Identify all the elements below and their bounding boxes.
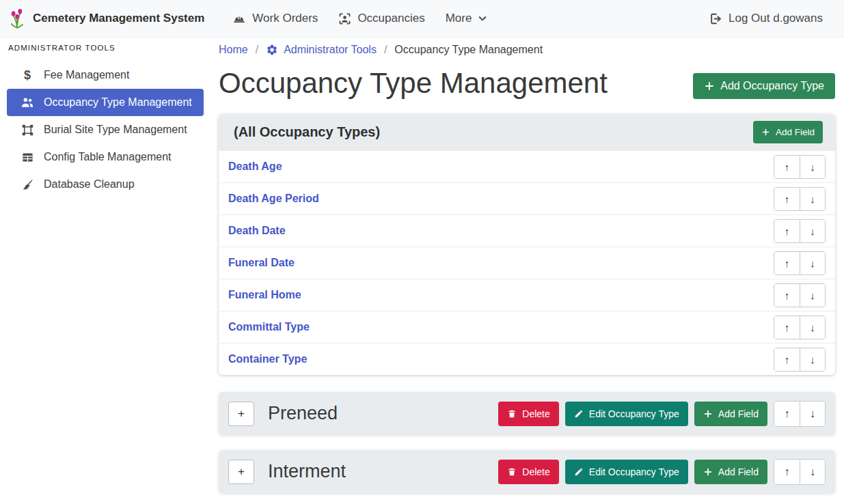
move-down-button[interactable]: ↓ (800, 156, 825, 178)
sidebar-item-config-table-management[interactable]: Config Table Management (7, 143, 204, 171)
breadcrumb-separator: / (384, 44, 387, 56)
field-row: Death Date ↑ ↓ (219, 214, 835, 247)
admin-sidebar: ADMINISTRATOR TOOLS $ Fee Management Occ… (0, 38, 212, 504)
edit-occupancy-type-label: Edit Occupancy Type (589, 466, 679, 477)
breadcrumb: Home / Administrator Tools / Occupancy T… (219, 44, 835, 56)
nav-occupancies[interactable]: Occupancies (338, 12, 424, 25)
expand-button[interactable]: + (228, 402, 254, 426)
section-title: Interment (268, 461, 498, 482)
arrow-down-icon: ↓ (810, 466, 815, 477)
field-link-death-date[interactable]: Death Date (228, 225, 286, 237)
add-field-button[interactable]: Add Field (694, 460, 767, 484)
sidebar-heading: ADMINISTRATOR TOOLS (0, 42, 212, 52)
move-up-button[interactable]: ↑ (774, 284, 800, 307)
delete-label: Delete (522, 408, 549, 419)
add-field-label: Add Field (718, 466, 759, 477)
arrow-down-icon: ↓ (810, 322, 815, 333)
users-icon (20, 96, 35, 109)
sign-out-icon (709, 12, 722, 25)
move-up-button[interactable]: ↑ (774, 460, 800, 484)
move-up-button[interactable]: ↑ (774, 156, 800, 178)
sidebar-item-database-cleanup[interactable]: Database Cleanup (7, 171, 204, 198)
move-up-button[interactable]: ↑ (774, 252, 800, 275)
arrow-down-icon: ↓ (810, 161, 815, 173)
plus-icon: + (238, 465, 245, 478)
arrow-up-icon: ↑ (785, 466, 790, 477)
edit-occupancy-type-label: Edit Occupancy Type (589, 408, 679, 419)
section-actions: Delete Edit Occupancy Type Add Field (498, 401, 826, 427)
section-title: Preneed (268, 403, 498, 424)
add-field-label: Add Field (718, 408, 759, 419)
field-row: Committal Type ↑ ↓ (219, 311, 835, 343)
add-occupancy-type-button[interactable]: Add Occupancy Type (693, 73, 835, 99)
reorder-group: ↑ ↓ (774, 401, 826, 427)
page-title: Occupancy Type Management (219, 67, 608, 100)
move-down-button[interactable]: ↓ (800, 316, 825, 339)
sidebar-item-burial-site-type-management[interactable]: Burial Site Type Management (7, 116, 204, 143)
move-down-button[interactable]: ↓ (800, 188, 825, 210)
move-up-button[interactable]: ↑ (774, 188, 800, 210)
delete-button[interactable]: Delete (498, 460, 558, 484)
move-up-button[interactable]: ↑ (774, 348, 800, 371)
edit-occupancy-type-button[interactable]: Edit Occupancy Type (565, 460, 688, 484)
move-down-button[interactable]: ↓ (800, 220, 825, 242)
vector-square-icon (20, 124, 35, 137)
field-link-death-age-period[interactable]: Death Age Period (228, 193, 319, 205)
gear-icon (266, 44, 278, 56)
move-down-button[interactable]: ↓ (800, 402, 825, 426)
move-up-button[interactable]: ↑ (774, 220, 800, 242)
nav-more-dropdown[interactable]: More (446, 12, 488, 25)
reorder-group: ↑ ↓ (774, 251, 826, 275)
breadcrumb-home-link[interactable]: Home (219, 44, 248, 56)
reorder-group: ↑ ↓ (774, 187, 826, 211)
move-down-button[interactable]: ↓ (800, 460, 825, 484)
person-bounding-box-icon (338, 12, 351, 25)
sidebar-item-label: Fee Management (44, 69, 129, 81)
logout-label: Log Out d.gowans (729, 12, 823, 25)
move-up-button[interactable]: ↑ (774, 316, 800, 339)
nav-work-orders-label: Work Orders (252, 12, 318, 25)
reorder-group: ↑ ↓ (774, 283, 826, 307)
section-preneed: + Preneed Delete Edit Occupancy Type (219, 392, 835, 435)
reorder-group: ↑ ↓ (774, 155, 826, 179)
field-link-death-age[interactable]: Death Age (228, 160, 282, 173)
add-field-button[interactable]: Add Field (753, 121, 823, 143)
expand-button[interactable]: + (228, 460, 254, 484)
logout-link[interactable]: Log Out d.gowans (709, 12, 823, 25)
arrow-down-icon: ↓ (810, 408, 815, 419)
breadcrumb-current: Occupancy Type Management (394, 44, 543, 56)
move-down-button[interactable]: ↓ (800, 252, 825, 275)
field-link-container-type[interactable]: Container Type (228, 353, 307, 365)
edit-occupancy-type-button[interactable]: Edit Occupancy Type (565, 402, 688, 426)
all-occupancy-types-card: (All Occupancy Types) Add Field Death Ag… (219, 114, 835, 375)
breadcrumb-admin-tools-link[interactable]: Administrator Tools (266, 44, 377, 56)
field-row: Funeral Date ↑ ↓ (219, 247, 835, 279)
add-field-button[interactable]: Add Field (694, 402, 767, 426)
field-link-funeral-home[interactable]: Funeral Home (228, 289, 301, 301)
top-navbar: Cemetery Management System Work Orders (0, 0, 844, 38)
move-down-button[interactable]: ↓ (800, 348, 825, 371)
reorder-group: ↑ ↓ (774, 459, 826, 485)
section-interment: + Interment Delete Edit Occupancy Type (219, 450, 835, 493)
move-down-button[interactable]: ↓ (800, 284, 825, 307)
field-link-committal-type[interactable]: Committal Type (228, 321, 310, 333)
reorder-group: ↑ ↓ (774, 219, 826, 243)
table-icon (20, 151, 35, 164)
brand-link[interactable]: Cemetery Management System (8, 8, 204, 29)
field-row: Container Type ↑ ↓ (219, 343, 835, 375)
reorder-group: ↑ ↓ (774, 348, 826, 372)
plus-icon (703, 467, 713, 477)
nav-work-orders[interactable]: Work Orders (232, 12, 318, 25)
move-up-button[interactable]: ↑ (774, 402, 800, 426)
sidebar-item-fee-management[interactable]: $ Fee Management (7, 61, 204, 89)
arrow-up-icon: ↑ (785, 193, 790, 205)
delete-button[interactable]: Delete (498, 402, 558, 426)
plus-icon (761, 128, 770, 137)
arrow-down-icon: ↓ (810, 257, 815, 269)
sidebar-item-occupancy-type-management[interactable]: Occupancy Type Management (7, 89, 204, 116)
arrow-up-icon: ↑ (785, 225, 790, 237)
app-window: Cemetery Management System Work Orders (0, 0, 844, 504)
arrow-up-icon: ↑ (785, 161, 790, 173)
arrow-down-icon: ↓ (810, 225, 815, 237)
field-link-funeral-date[interactable]: Funeral Date (228, 257, 295, 269)
